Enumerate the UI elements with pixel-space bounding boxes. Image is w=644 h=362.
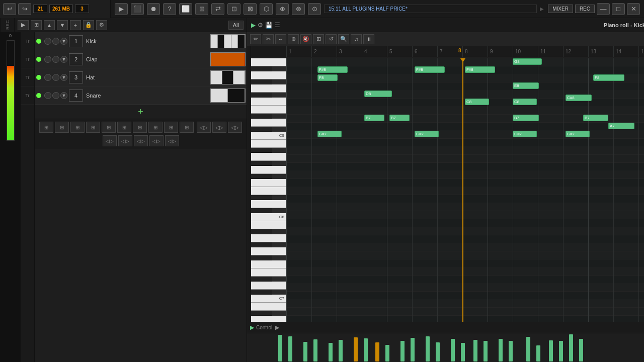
piano-roll-note[interactable]: C8	[465, 99, 489, 105]
piano-key-C#7[interactable]	[251, 290, 272, 295]
pr-tool5[interactable]: 🔇	[300, 34, 311, 44]
piano-key-C9[interactable]: C9	[251, 132, 286, 140]
cr-ctrl3[interactable]: ⊞	[70, 122, 85, 133]
play-button[interactable]: ▶	[115, 3, 128, 15]
pr-control-play-icon[interactable]: ▶	[250, 324, 254, 331]
velocity-bar[interactable]	[451, 339, 455, 361]
pr-control-arrow[interactable]: ▶	[275, 324, 279, 331]
piano-key-E8[interactable]	[251, 187, 286, 195]
track-solo-button[interactable]	[52, 92, 59, 99]
velocity-bar[interactable]	[303, 342, 307, 361]
piano-key-F#9[interactable]	[251, 93, 272, 98]
piano-key-A#6[interactable]	[251, 311, 272, 316]
cr-plus-button[interactable]: +	[70, 20, 81, 30]
pr-save-icon[interactable]: 💾	[265, 22, 273, 29]
piano-keys[interactable]: C9C8C7C6	[251, 58, 286, 322]
piano-key-F9[interactable]	[251, 98, 286, 106]
cr-all-button[interactable]: All	[228, 21, 244, 30]
piano-key-A7[interactable]	[251, 234, 286, 242]
piano-roll-note[interactable]: G#7	[566, 131, 590, 137]
cr-lock-button[interactable]: 🔒	[83, 20, 94, 30]
pr-tool7[interactable]: ↺	[326, 34, 337, 44]
track-number-button[interactable]: 2	[69, 53, 83, 65]
piano-key-A9[interactable]	[251, 71, 286, 79]
piano-key-A#9[interactable]	[251, 66, 272, 71]
velocity-bar[interactable]	[484, 341, 488, 361]
velocity-bar[interactable]	[526, 337, 530, 361]
tool3-button[interactable]: ⇄	[211, 3, 224, 15]
velocity-bar[interactable]	[364, 338, 368, 361]
piano-roll-note[interactable]: B7	[513, 115, 539, 121]
cr-ctrl4[interactable]: ⊞	[86, 122, 100, 133]
velocity-bar[interactable]	[288, 336, 292, 361]
tool2-button[interactable]: ⊞	[195, 3, 208, 15]
piano-roll-note[interactable]: G#7	[513, 131, 537, 137]
pr-tool3[interactable]: ↔	[275, 34, 286, 44]
tool6-button[interactable]: ⬡	[260, 3, 273, 15]
cr-ctrl16[interactable]: ◁▷	[134, 135, 148, 146]
tool8-button[interactable]: ⊗	[292, 3, 305, 15]
velocity-bar[interactable]	[569, 334, 573, 361]
tool7-button[interactable]: ⊕	[276, 3, 289, 15]
piano-key-D#7[interactable]	[251, 277, 272, 282]
piano-key-D8[interactable]	[251, 200, 286, 208]
cr-ctrl6[interactable]: ⊞	[117, 122, 131, 133]
pr-play-icon[interactable]: ▶	[251, 22, 256, 29]
velocity-bar[interactable]	[400, 341, 405, 361]
pattern-button[interactable]: ?	[163, 3, 176, 15]
cr-ctrl13[interactable]: ◁▷	[228, 122, 242, 133]
window-close-button[interactable]: ✕	[627, 3, 640, 15]
velocity-bar[interactable]	[375, 342, 379, 361]
cr-ctrl10[interactable]: ⊞	[180, 122, 194, 133]
piano-key-A#7[interactable]	[251, 229, 272, 234]
velocity-bar[interactable]	[549, 340, 553, 361]
track-mute-button[interactable]	[44, 74, 51, 81]
piano-roll-note[interactable]: A7	[608, 123, 634, 129]
piano-roll-note[interactable]: B7	[583, 115, 608, 121]
piano-key-G#7[interactable]	[251, 242, 272, 247]
cr-ctrl9[interactable]: ⊞	[164, 122, 178, 133]
tool1-button[interactable]: ⬜	[179, 3, 192, 15]
velocity-bar[interactable]	[354, 337, 358, 361]
window-max-button[interactable]: □	[612, 3, 625, 15]
velocity-bar[interactable]	[461, 343, 465, 361]
tool5-button[interactable]: ⊠	[244, 3, 257, 15]
track-solo-button[interactable]	[52, 38, 59, 45]
piano-key-B7[interactable]	[251, 221, 286, 229]
piano-key-C#9[interactable]	[251, 127, 272, 132]
piano-roll-note[interactable]: B7	[364, 115, 384, 121]
pr-note-area[interactable]: F#8F8D8B7B7G#7F#8G#7F#8C8G8E8C8B7G#7G#7C…	[286, 58, 644, 322]
piano-key-F#8[interactable]	[251, 174, 272, 179]
piano-roll-note[interactable]: C#8	[566, 95, 592, 101]
pr-tool2[interactable]: ✂	[263, 34, 274, 44]
piano-key-D#9[interactable]	[251, 114, 272, 119]
pr-tool4[interactable]: ⊗	[288, 34, 299, 44]
piano-key-E9[interactable]	[251, 106, 286, 114]
pr-pin-icon[interactable]: ⚙	[258, 22, 263, 29]
pr-tool10[interactable]: ⏸	[363, 34, 374, 44]
rec-button[interactable]: REC	[575, 5, 595, 13]
piano-roll-note[interactable]: G8	[513, 58, 542, 65]
piano-roll-note[interactable]: E8	[513, 82, 539, 89]
mixer-button[interactable]: MIXER	[548, 5, 573, 13]
cr-ctrl14[interactable]: ◁▷	[103, 135, 117, 146]
piano-roll-note[interactable]: C8	[513, 99, 537, 105]
window-min-button[interactable]: —	[597, 3, 610, 15]
velocity-bar[interactable]	[411, 338, 415, 361]
velocity-bar[interactable]	[579, 339, 583, 361]
cr-ctrl12[interactable]: ◁▷	[212, 122, 226, 133]
piano-roll-note[interactable]: D8	[364, 90, 392, 97]
cr-down-button[interactable]: ▼	[57, 20, 68, 30]
piano-roll-note[interactable]: B7	[389, 115, 410, 121]
piano-roll-note[interactable]: G#7	[317, 131, 342, 137]
cr-ctrl18[interactable]: ◁▷	[165, 135, 179, 146]
cr-grid-button[interactable]: ⊞	[31, 20, 42, 30]
pr-tool8[interactable]: 🔍	[338, 34, 349, 44]
cr-ctrl5[interactable]: ⊞	[102, 122, 116, 133]
velocity-bar[interactable]	[426, 336, 430, 361]
velocity-bar[interactable]	[499, 339, 503, 361]
velocity-bar[interactable]	[473, 340, 477, 361]
piano-key-C7[interactable]: C7	[251, 295, 286, 303]
piano-key-C8[interactable]: C8	[251, 213, 286, 221]
cr-settings-button[interactable]: ⚙	[96, 20, 107, 30]
